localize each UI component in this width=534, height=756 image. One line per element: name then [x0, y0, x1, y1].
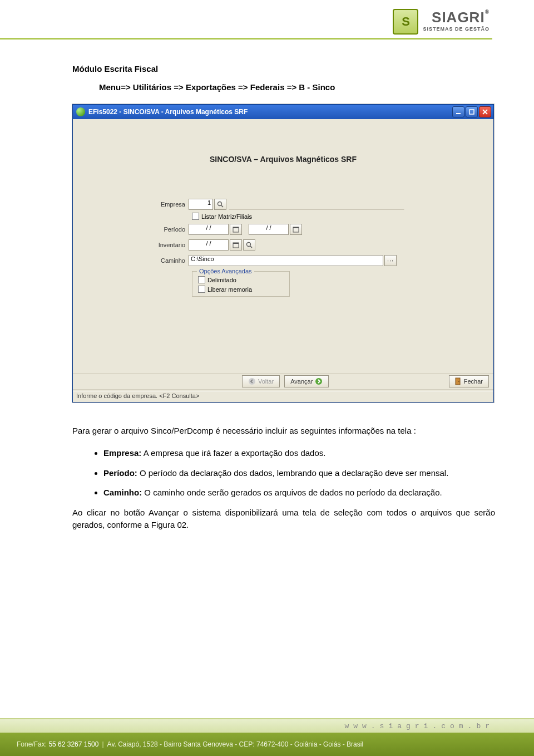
brand-tagline: SISTEMAS DE GESTÃO: [423, 26, 490, 32]
close-icon: [482, 109, 488, 115]
caminho-label: Caminho: [154, 257, 189, 264]
svg-rect-9: [293, 227, 299, 228]
delimitado-label: Delimitado: [207, 277, 236, 283]
voltar-button[interactable]: Voltar: [242, 375, 280, 387]
search-icon: [246, 242, 253, 248]
app-window: EFis5022 - SINCO/SVA - Arquivos Magnétic…: [72, 104, 494, 402]
svg-rect-17: [458, 381, 459, 382]
empresa-input[interactable]: 1: [189, 199, 213, 210]
empresa-display: [229, 199, 404, 210]
listar-matriz-checkbox[interactable]: [192, 213, 199, 220]
app-icon: [76, 107, 85, 116]
maximize-button[interactable]: [466, 106, 478, 117]
calendar-icon: [293, 226, 299, 233]
logo-mark-icon: S: [393, 9, 418, 35]
inventario-label: Inventario: [154, 242, 189, 248]
advanced-options-legend: Opções Avançadas: [197, 268, 254, 274]
svg-point-15: [315, 378, 322, 385]
svg-point-4: [218, 202, 222, 206]
bullet-caminho: Caminho: O caminho onde serão gerados os…: [103, 487, 495, 499]
intro-paragraph: Para gerar o arquivo Sinco/PerDcomp é ne…: [72, 425, 495, 437]
periodo-label: Período: [154, 226, 189, 233]
header-rule: [0, 38, 492, 40]
empresa-lookup-button[interactable]: [214, 199, 226, 210]
avancar-button[interactable]: Avançar: [284, 375, 329, 387]
page-footer: www.siagri.com.br Fone/Fax: 55 62 3267 1…: [0, 718, 534, 756]
inventario-calendar-button[interactable]: [230, 239, 242, 251]
status-bar: Informe o código da empresa. <F2 Consult…: [73, 391, 493, 402]
svg-line-5: [221, 205, 223, 207]
svg-rect-11: [233, 243, 239, 244]
delimitado-checkbox[interactable]: [198, 276, 205, 283]
listar-matriz-label: Listar Matriz/Filiais: [201, 213, 252, 220]
minimize-button[interactable]: [452, 106, 464, 117]
back-arrow-icon: [248, 377, 256, 385]
empresa-label: Empresa: [154, 201, 189, 208]
calendar-icon: [233, 242, 239, 248]
door-icon: [455, 377, 462, 385]
inventario-lookup-button[interactable]: [243, 239, 255, 251]
window-title: EFis5022 - SINCO/SVA - Arquivos Magnétic…: [88, 108, 451, 116]
periodo-start-calendar-button[interactable]: [230, 224, 242, 235]
svg-line-13: [250, 246, 252, 248]
brand-logo: S SIAGRI® SISTEMAS DE GESTÃO: [393, 9, 490, 35]
svg-rect-16: [456, 378, 460, 385]
caminho-input[interactable]: C:\Sinco: [189, 255, 383, 266]
fechar-button[interactable]: Fechar: [449, 375, 489, 387]
close-button[interactable]: [479, 106, 491, 117]
svg-rect-1: [469, 110, 474, 114]
footer-address-bar: Fone/Fax: 55 62 3267 1500 | Av. Caiapó, …: [0, 733, 534, 756]
svg-point-14: [249, 378, 255, 385]
ellipsis-icon: ···: [387, 257, 394, 264]
calendar-icon: [233, 226, 239, 233]
bullet-empresa: Empresa: A empresa que irá fazer a expor…: [103, 447, 495, 459]
forward-arrow-icon: [315, 377, 323, 385]
brand-name: SIAGRI®: [423, 9, 490, 26]
periodo-end-input[interactable]: / /: [249, 224, 289, 235]
window-titlebar: EFis5022 - SINCO/SVA - Arquivos Magnétic…: [73, 105, 493, 119]
periodo-end-calendar-button[interactable]: [290, 224, 302, 235]
button-bar: Voltar Avançar Fechar: [73, 373, 493, 390]
minimize-icon: [456, 109, 461, 115]
maximize-icon: [469, 109, 474, 115]
svg-point-12: [247, 243, 251, 247]
form-title: SINCO/SVA – Arquivos Magnéticos SRF: [73, 119, 493, 164]
liberar-memoria-label: Liberar memoria: [207, 286, 252, 293]
svg-rect-0: [456, 113, 461, 114]
svg-rect-7: [233, 227, 239, 228]
caminho-browse-button[interactable]: ···: [384, 255, 397, 266]
inventario-input[interactable]: / /: [189, 239, 229, 251]
bullet-periodo: Período: O período da declaração dos dad…: [103, 467, 495, 479]
search-icon: [217, 201, 224, 208]
periodo-start-input[interactable]: / /: [189, 224, 229, 235]
advanced-options-fieldset: Opções Avançadas Delimitado Liberar memo…: [192, 271, 290, 297]
menu-path: Menu=> Utilitários => Exportações => Fed…: [99, 82, 495, 92]
closing-paragraph: Ao clicar no botão Avançar o sistema dis…: [72, 507, 495, 531]
module-title: Módulo Escrita Fiscal: [72, 64, 495, 73]
footer-site: www.siagri.com.br: [0, 718, 534, 733]
liberar-memoria-checkbox[interactable]: [198, 286, 205, 293]
